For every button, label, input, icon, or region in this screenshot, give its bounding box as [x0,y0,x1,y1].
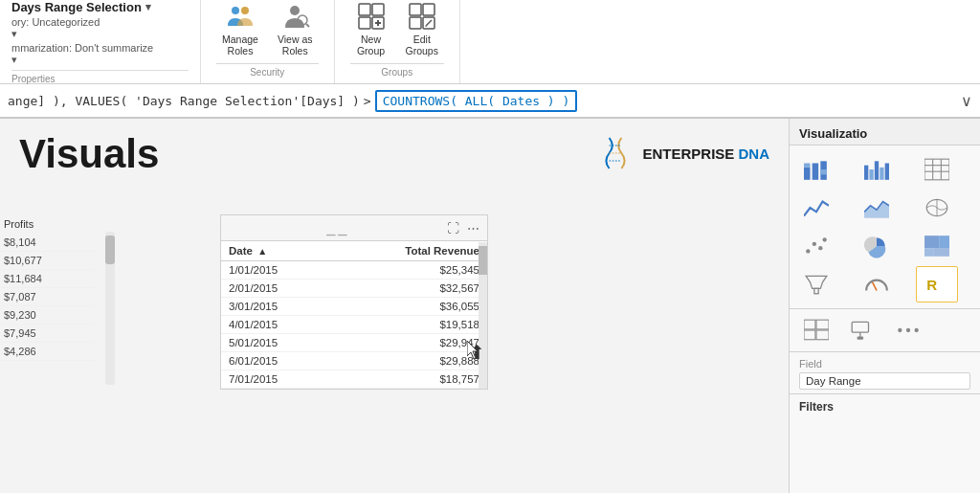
date-cell: 6/01/2015 [221,352,332,370]
profits-bar: Profits $8,104 $10,677 $11,684 $7,087 $9… [0,214,96,361]
revenue-cell: $19,518 [332,316,487,334]
viz-treemap[interactable] [916,228,958,264]
svg-point-40 [818,246,822,250]
svg-rect-42 [924,235,939,248]
date-cell: 1/01/2015 [221,261,332,280]
profit-item-7: $4,286 [0,343,96,361]
svg-rect-55 [858,337,864,340]
edit-groups-label: EditGroups [406,34,438,57]
visual-more-icon[interactable]: ⋯ [467,221,479,235]
viz-matrix[interactable] [795,313,837,347]
filters-section-label: Filters [790,393,980,419]
svg-point-58 [915,328,919,332]
svg-rect-12 [423,4,434,15]
viz-clustered-bar[interactable] [856,151,898,188]
svg-rect-30 [924,159,949,180]
date-cell: 7/01/2015 [221,370,332,389]
date-cell: 5/01/2015 [221,334,332,352]
date-cell: 4/01/2015 [221,316,332,334]
svg-point-1 [241,7,249,14]
canvas-area: Visuals ENTERPRISE DNA Profits $8,104 $1… [0,119,789,493]
sort-arrow: ▲ [257,246,267,257]
viz-r-script[interactable]: R [916,266,958,303]
svg-rect-52 [816,330,829,340]
table-scrollbar-thumb [479,246,487,275]
manage-roles-button[interactable]: ManageRoles [216,0,264,59]
svg-rect-29 [885,164,889,180]
svg-rect-47 [814,288,818,293]
edit-groups-button[interactable]: EditGroups [400,0,444,59]
formula-prefix: ange] ), VALUES( 'Days Range Selection'[… [8,94,360,108]
formula-expand-chevron[interactable]: ∨ [961,92,972,110]
viz-pie[interactable] [856,228,898,264]
summarize-text: mmarization: Don't summarize [11,42,189,54]
revenue-table: Date ▲ Total Revenue 1/01/2015$25,3452/0… [221,241,487,389]
date-cell: 3/01/2015 [221,298,332,316]
viz-stacked-bar[interactable] [795,151,837,188]
viz-more-row [790,309,980,352]
viz-map[interactable] [916,190,958,226]
new-group-button[interactable]: NewGroup [350,0,392,59]
svg-rect-44 [924,248,934,257]
viz-table[interactable] [916,151,958,188]
svg-rect-7 [359,17,370,29]
svg-rect-26 [869,169,873,180]
svg-rect-27 [875,161,879,180]
field-section-value: Day Range [799,372,970,390]
svg-rect-24 [820,169,827,174]
enterprise-dna-text: ENTERPRISE DNA [642,146,769,162]
svg-point-38 [806,249,810,253]
revenue-column-header[interactable]: Total Revenue [332,241,487,261]
profit-item-3: $11,684 [0,270,96,288]
svg-point-41 [823,237,827,241]
visual-drag-handle[interactable]: ⎯⎯ [229,219,447,236]
main-content: Visuals ENTERPRISE DNA Profits $8,104 $1… [0,119,980,493]
visualizations-panel-title: Visualizatio [790,119,980,146]
data-visual-table-container: ⎯⎯ ⛶ ⋯ Date ▲ Total Revenue [220,214,488,390]
table-scrollbar[interactable] [479,242,487,389]
svg-rect-6 [372,4,384,15]
ribbon-field-name[interactable]: Days Range Selection ▾ [11,0,189,14]
ribbon-security-section: ManageRoles View asRoles Security [201,0,335,83]
table-row: 5/01/2015$29,947 [221,334,487,352]
profits-scrollbar[interactable] [105,232,115,385]
svg-point-2 [290,6,300,15]
date-cell: 2/01/2015 [221,280,332,298]
view-as-roles-button[interactable]: View asRoles [272,0,319,59]
profit-item-6: $7,945 [0,325,96,343]
viz-scatter[interactable] [795,228,837,264]
table-row: 6/01/2015$29,888 [221,352,487,370]
visual-expand-icon[interactable]: ⛶ [447,221,459,235]
svg-rect-28 [880,168,883,180]
date-column-header[interactable]: Date ▲ [221,241,332,261]
dna-icon [596,134,635,172]
groups-section-label: Groups [350,63,444,81]
new-group-label: NewGroup [357,34,385,57]
svg-point-56 [898,328,902,332]
viz-more-dots[interactable] [887,313,929,347]
svg-rect-25 [864,166,868,180]
table-row: 7/01/2015$18,757 [221,370,487,389]
formula-bar-content: ange] ), VALUES( 'Days Range Selection'[… [8,90,953,112]
category-text: ory: Uncategorized [11,16,189,28]
profit-item-1: $8,104 [0,234,96,252]
svg-rect-49 [804,320,815,329]
viz-funnel[interactable] [795,266,837,303]
svg-rect-21 [804,164,811,168]
profit-item-5: $9,230 [0,306,96,325]
summarize-dropdown[interactable]: ▾ [11,54,189,66]
viz-area-chart[interactable] [856,190,898,226]
table-row: 2/01/2015$32,567 [221,280,487,298]
viz-gauge[interactable] [856,266,898,303]
view-as-roles-icon [279,1,310,32]
table-row: 4/01/2015$19,518 [221,316,487,334]
manage-roles-icon [225,1,256,32]
viz-brush[interactable] [841,313,883,347]
visual-toolbar: ⛶ ⋯ [447,221,479,235]
revenue-cell: $32,567 [332,280,487,298]
svg-point-0 [232,7,239,14]
field-name-dropdown-arrow[interactable]: ▾ [145,1,151,13]
category-dropdown[interactable]: ▾ [11,28,189,40]
viz-line-chart[interactable] [795,190,837,226]
svg-rect-51 [804,330,815,340]
